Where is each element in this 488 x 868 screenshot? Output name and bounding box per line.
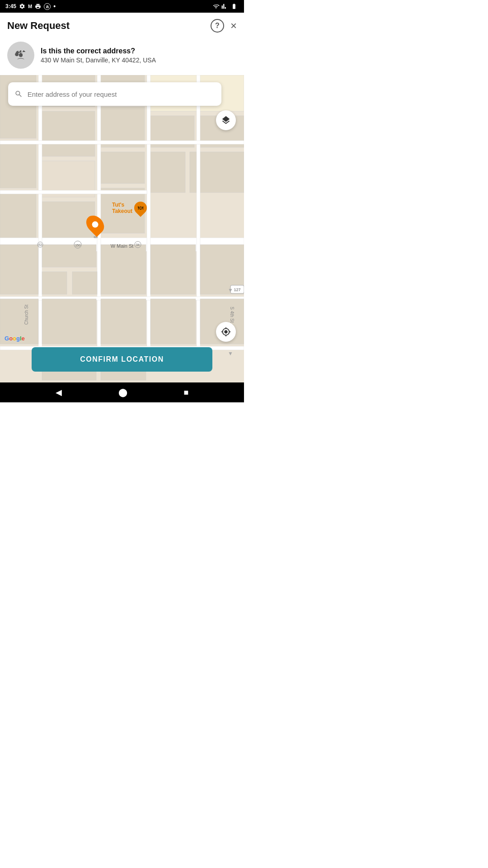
svg-rect-35 [101,245,146,294]
svg-text:S 4th St: S 4th St [230,307,235,323]
wifi-icon [212,3,220,9]
status-bar: 3:45 M a • [0,0,244,13]
google-logo: Google [5,335,25,342]
help-button[interactable]: ? [211,19,224,33]
address-search-bar[interactable] [8,82,221,106]
signal-icon [221,3,228,9]
svg-text:127: 127 [234,288,240,292]
svg-rect-19 [38,75,42,382]
svg-rect-6 [41,111,95,156]
status-right [212,3,239,9]
close-button[interactable]: × [230,19,237,32]
address-value: 430 W Main St, Danville, KY 40422, USA [41,57,156,64]
app-header: New Request ? × [0,13,244,37]
gps-button[interactable] [216,322,236,342]
confirm-label: CONFIRM LOCATION [80,355,164,363]
settings-icon [19,3,25,9]
tuts-name: Tut's [112,202,124,208]
dot-icon: • [53,3,56,10]
layers-icon [221,115,231,125]
svg-rect-11 [99,152,145,184]
svg-rect-16 [149,152,185,193]
svg-text:▼: ▼ [228,350,233,357]
gps-icon [221,327,231,337]
circle-a-icon: a [44,3,51,10]
svg-text:34: 34 [136,243,140,246]
confirm-location-button[interactable]: CONFIRM LOCATION [32,347,212,372]
tuts-category: Takeout [112,208,132,214]
layer-toggle-button[interactable] [216,110,236,130]
gmail-icon: M [28,4,32,9]
map-container[interactable]: 52 150 34 127 W Main St Church St S 4th … [0,75,244,382]
address-search-input[interactable] [28,90,215,98]
map-background: 52 150 34 127 W Main St Church St S 4th … [0,75,244,382]
help-icon: ? [215,22,220,30]
svg-rect-39 [150,299,196,344]
plus-icon: + [16,49,20,56]
home-button[interactable]: ⬤ [118,387,127,397]
search-icon [14,90,23,99]
svg-rect-38 [150,245,196,294]
svg-rect-21 [147,75,150,382]
tuts-takeout-marker: Tut's Takeout [112,202,147,215]
tuts-icon [131,199,150,217]
camera-avatar[interactable]: + [7,42,34,69]
svg-rect-36 [101,299,146,344]
recent-apps-button[interactable]: ■ [184,388,189,397]
svg-text:▼: ▼ [228,287,233,293]
battery-icon [230,3,239,9]
address-row: + Is this the correct address? 430 W Mai… [0,37,244,75]
address-text-block: Is this the correct address? 430 W Main … [41,47,156,64]
print-icon [35,3,41,9]
navigation-bar: ◀ ⬤ ■ [0,382,244,402]
svg-text:W Main St: W Main St [111,243,134,249]
header-actions: ? × [211,19,237,33]
status-time: 3:45 [5,3,16,9]
svg-rect-30 [42,245,96,267]
svg-rect-4 [0,193,36,238]
svg-rect-23 [0,141,244,144]
svg-rect-32 [72,272,97,294]
svg-rect-31 [42,272,67,294]
location-pin [88,215,103,238]
svg-rect-3 [0,143,36,188]
svg-rect-24 [0,190,147,194]
svg-text:Church St: Church St [24,305,29,325]
address-question: Is this the correct address? [41,47,156,55]
svg-rect-33 [42,299,96,344]
close-icon: × [230,19,237,32]
page-title: New Request [7,20,70,32]
svg-rect-22 [197,75,200,382]
svg-text:150: 150 [75,244,80,247]
back-button[interactable]: ◀ [56,387,62,397]
svg-rect-28 [0,245,38,294]
svg-text:52: 52 [38,243,42,246]
status-left: 3:45 M a • [5,3,56,10]
